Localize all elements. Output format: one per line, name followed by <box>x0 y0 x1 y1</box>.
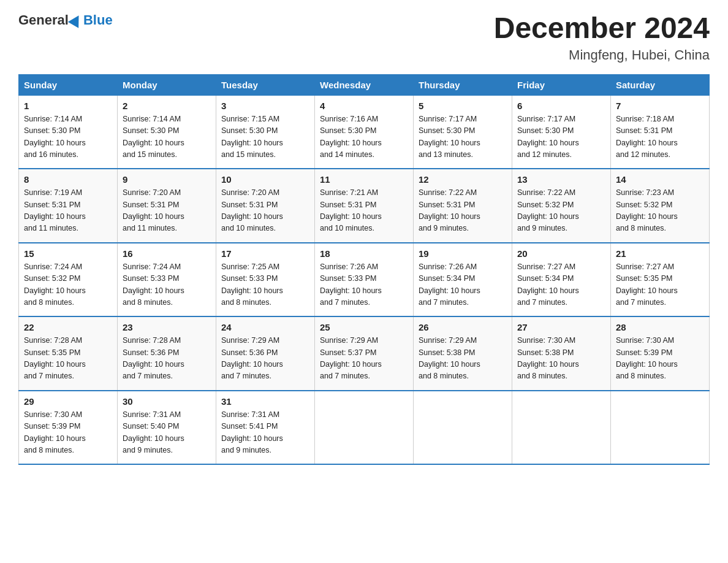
calendar-cell <box>414 391 512 465</box>
calendar-cell: 9Sunrise: 7:20 AMSunset: 5:31 PMDaylight… <box>118 169 216 243</box>
day-number: 11 <box>320 174 408 185</box>
logo-general-text: General <box>18 12 69 28</box>
day-info: Sunrise: 7:27 AMSunset: 5:35 PMDaylight:… <box>616 261 704 309</box>
calendar-cell: 5Sunrise: 7:17 AMSunset: 5:30 PMDaylight… <box>414 95 512 169</box>
day-info: Sunrise: 7:18 AMSunset: 5:31 PMDaylight:… <box>616 113 704 161</box>
day-info: Sunrise: 7:23 AMSunset: 5:32 PMDaylight:… <box>616 187 704 235</box>
weekday-header-saturday: Saturday <box>611 74 710 95</box>
calendar-cell: 20Sunrise: 7:27 AMSunset: 5:34 PMDayligh… <box>512 243 611 317</box>
calendar-cell <box>315 391 414 465</box>
day-number: 1 <box>24 101 112 111</box>
calendar-cell: 31Sunrise: 7:31 AMSunset: 5:41 PMDayligh… <box>216 391 315 465</box>
calendar-cell: 17Sunrise: 7:25 AMSunset: 5:33 PMDayligh… <box>216 243 315 317</box>
day-number: 18 <box>320 248 408 259</box>
day-number: 17 <box>221 248 309 259</box>
day-info: Sunrise: 7:24 AMSunset: 5:32 PMDaylight:… <box>24 261 112 309</box>
day-number: 27 <box>517 322 605 332</box>
calendar-cell: 12Sunrise: 7:22 AMSunset: 5:31 PMDayligh… <box>414 169 512 243</box>
day-number: 29 <box>24 396 112 407</box>
day-number: 14 <box>616 174 704 185</box>
day-info: Sunrise: 7:20 AMSunset: 5:31 PMDaylight:… <box>123 187 211 235</box>
day-number: 9 <box>123 174 211 185</box>
day-number: 10 <box>221 174 309 185</box>
day-info: Sunrise: 7:26 AMSunset: 5:33 PMDaylight:… <box>320 261 408 309</box>
weekday-header-tuesday: Tuesday <box>216 74 315 95</box>
day-info: Sunrise: 7:14 AMSunset: 5:30 PMDaylight:… <box>123 113 211 161</box>
day-info: Sunrise: 7:30 AMSunset: 5:38 PMDaylight:… <box>517 335 605 383</box>
calendar-cell: 29Sunrise: 7:30 AMSunset: 5:39 PMDayligh… <box>19 391 118 465</box>
day-info: Sunrise: 7:16 AMSunset: 5:30 PMDaylight:… <box>320 113 408 161</box>
calendar-cell <box>611 391 710 465</box>
day-info: Sunrise: 7:31 AMSunset: 5:41 PMDaylight:… <box>221 409 309 457</box>
calendar-cell: 7Sunrise: 7:18 AMSunset: 5:31 PMDaylight… <box>611 95 710 169</box>
day-number: 28 <box>616 322 704 332</box>
calendar-cell: 1Sunrise: 7:14 AMSunset: 5:30 PMDaylight… <box>19 95 118 169</box>
day-info: Sunrise: 7:29 AMSunset: 5:37 PMDaylight:… <box>320 335 408 383</box>
weekday-header-friday: Friday <box>512 74 611 95</box>
day-number: 24 <box>221 322 309 332</box>
logo-blue-text: Blue <box>83 12 113 28</box>
calendar-week-row: 8Sunrise: 7:19 AMSunset: 5:31 PMDaylight… <box>19 169 710 243</box>
logo: General Blue <box>18 12 113 28</box>
calendar-cell: 21Sunrise: 7:27 AMSunset: 5:35 PMDayligh… <box>611 243 710 317</box>
day-number: 16 <box>123 248 211 259</box>
logo-triangle-icon <box>68 12 84 28</box>
day-number: 6 <box>517 101 605 111</box>
day-info: Sunrise: 7:22 AMSunset: 5:31 PMDaylight:… <box>419 187 507 235</box>
day-info: Sunrise: 7:26 AMSunset: 5:34 PMDaylight:… <box>419 261 507 309</box>
day-number: 26 <box>419 322 507 332</box>
calendar-cell: 16Sunrise: 7:24 AMSunset: 5:33 PMDayligh… <box>118 243 216 317</box>
title-area: December 2024 Mingfeng, Hubei, China <box>494 12 710 63</box>
day-info: Sunrise: 7:29 AMSunset: 5:38 PMDaylight:… <box>419 335 507 383</box>
day-number: 25 <box>320 322 408 332</box>
day-number: 19 <box>419 248 507 259</box>
calendar-cell: 11Sunrise: 7:21 AMSunset: 5:31 PMDayligh… <box>315 169 414 243</box>
calendar-cell: 28Sunrise: 7:30 AMSunset: 5:39 PMDayligh… <box>611 316 710 391</box>
day-info: Sunrise: 7:20 AMSunset: 5:31 PMDaylight:… <box>221 187 309 235</box>
calendar-cell: 14Sunrise: 7:23 AMSunset: 5:32 PMDayligh… <box>611 169 710 243</box>
day-number: 7 <box>616 101 704 111</box>
day-info: Sunrise: 7:19 AMSunset: 5:31 PMDaylight:… <box>24 187 112 235</box>
calendar-cell <box>512 391 611 465</box>
logo-area: General Blue <box>18 12 113 28</box>
location-title: Mingfeng, Hubei, China <box>494 47 710 63</box>
weekday-header-thursday: Thursday <box>414 74 512 95</box>
calendar-cell: 22Sunrise: 7:28 AMSunset: 5:35 PMDayligh… <box>19 316 118 391</box>
day-number: 4 <box>320 101 408 111</box>
day-info: Sunrise: 7:28 AMSunset: 5:36 PMDaylight:… <box>123 335 211 383</box>
day-number: 22 <box>24 322 112 332</box>
calendar-cell: 2Sunrise: 7:14 AMSunset: 5:30 PMDaylight… <box>118 95 216 169</box>
weekday-header-sunday: Sunday <box>19 74 118 95</box>
calendar-cell: 8Sunrise: 7:19 AMSunset: 5:31 PMDaylight… <box>19 169 118 243</box>
calendar-cell: 25Sunrise: 7:29 AMSunset: 5:37 PMDayligh… <box>315 316 414 391</box>
calendar-cell: 27Sunrise: 7:30 AMSunset: 5:38 PMDayligh… <box>512 316 611 391</box>
calendar-cell: 3Sunrise: 7:15 AMSunset: 5:30 PMDaylight… <box>216 95 315 169</box>
day-number: 2 <box>123 101 211 111</box>
calendar-cell: 23Sunrise: 7:28 AMSunset: 5:36 PMDayligh… <box>118 316 216 391</box>
day-info: Sunrise: 7:14 AMSunset: 5:30 PMDaylight:… <box>24 113 112 161</box>
day-info: Sunrise: 7:25 AMSunset: 5:33 PMDaylight:… <box>221 261 309 309</box>
calendar-cell: 30Sunrise: 7:31 AMSunset: 5:40 PMDayligh… <box>118 391 216 465</box>
day-number: 15 <box>24 248 112 259</box>
calendar-cell: 13Sunrise: 7:22 AMSunset: 5:32 PMDayligh… <box>512 169 611 243</box>
day-info: Sunrise: 7:24 AMSunset: 5:33 PMDaylight:… <box>123 261 211 309</box>
day-number: 3 <box>221 101 309 111</box>
day-number: 20 <box>517 248 605 259</box>
day-number: 31 <box>221 396 309 407</box>
calendar-cell: 24Sunrise: 7:29 AMSunset: 5:36 PMDayligh… <box>216 316 315 391</box>
day-info: Sunrise: 7:31 AMSunset: 5:40 PMDaylight:… <box>123 409 211 457</box>
day-info: Sunrise: 7:22 AMSunset: 5:32 PMDaylight:… <box>517 187 605 235</box>
day-info: Sunrise: 7:28 AMSunset: 5:35 PMDaylight:… <box>24 335 112 383</box>
day-info: Sunrise: 7:15 AMSunset: 5:30 PMDaylight:… <box>221 113 309 161</box>
weekday-header-wednesday: Wednesday <box>315 74 414 95</box>
calendar-cell: 6Sunrise: 7:17 AMSunset: 5:30 PMDaylight… <box>512 95 611 169</box>
weekday-header-monday: Monday <box>118 74 216 95</box>
month-title: December 2024 <box>494 12 710 45</box>
calendar-week-row: 15Sunrise: 7:24 AMSunset: 5:32 PMDayligh… <box>19 243 710 317</box>
day-info: Sunrise: 7:29 AMSunset: 5:36 PMDaylight:… <box>221 335 309 383</box>
weekday-header-row: SundayMondayTuesdayWednesdayThursdayFrid… <box>19 74 710 95</box>
calendar-cell: 10Sunrise: 7:20 AMSunset: 5:31 PMDayligh… <box>216 169 315 243</box>
calendar-cell: 26Sunrise: 7:29 AMSunset: 5:38 PMDayligh… <box>414 316 512 391</box>
calendar-cell: 19Sunrise: 7:26 AMSunset: 5:34 PMDayligh… <box>414 243 512 317</box>
day-number: 30 <box>123 396 211 407</box>
